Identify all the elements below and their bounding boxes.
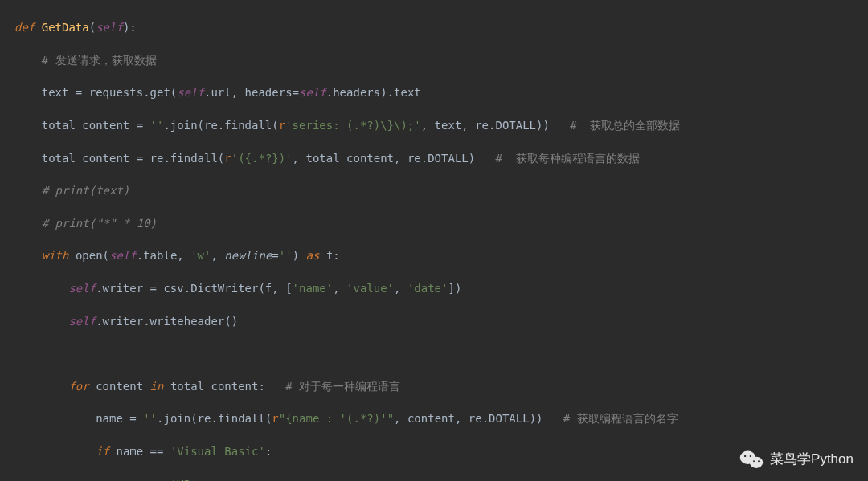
code-line-13: name = ''.join(re.findall(r"{name : '(.*… bbox=[14, 410, 868, 426]
function-name: GetData bbox=[42, 21, 89, 34]
svg-point-4 bbox=[753, 460, 755, 462]
watermark-text: 菜鸟学Python bbox=[770, 450, 854, 470]
code-line-9: self.writer = csv.DictWriter(f, ['name',… bbox=[14, 280, 868, 296]
code-line-15: name = 'VB' bbox=[14, 476, 868, 481]
svg-point-5 bbox=[758, 460, 760, 462]
code-line-6: # print(text) bbox=[14, 182, 868, 198]
code-line-10: self.writer.writeheader() bbox=[14, 313, 868, 329]
code-line-4: total_content = ''.join(re.findall(r'ser… bbox=[14, 117, 868, 133]
code-line-5: total_content = re.findall(r'({.*?})', t… bbox=[14, 150, 868, 166]
code-line-2: # 发送请求，获取数据 bbox=[14, 52, 868, 68]
code-line-7: # print("*" * 10) bbox=[14, 215, 868, 231]
code-line-8: with open(self.table, 'w', newline='') a… bbox=[14, 247, 868, 263]
code-block: def GetData(self): # 发送请求，获取数据 text = re… bbox=[0, 0, 868, 481]
svg-point-1 bbox=[750, 457, 764, 468]
wechat-icon bbox=[739, 449, 764, 470]
code-line-11 bbox=[14, 345, 868, 361]
svg-point-3 bbox=[750, 455, 751, 457]
code-line-1: def GetData(self): bbox=[14, 19, 868, 35]
code-line-3: text = requests.get(self.url, headers=se… bbox=[14, 84, 868, 100]
svg-point-2 bbox=[744, 455, 746, 457]
watermark: 菜鸟学Python bbox=[739, 449, 854, 470]
code-line-12: for content in total_content: # 对于每一种编程语… bbox=[14, 378, 868, 394]
